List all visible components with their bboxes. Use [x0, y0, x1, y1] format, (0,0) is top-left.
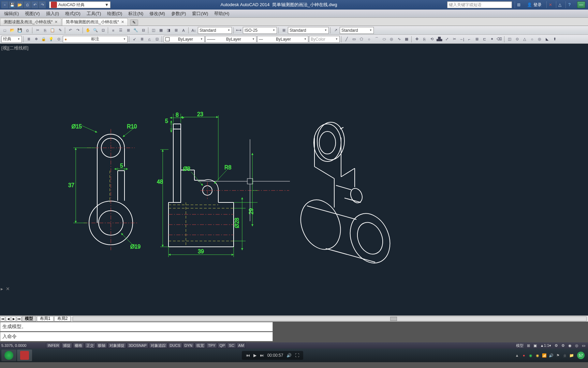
mleader-icon[interactable]: ↗ [332, 27, 339, 34]
annot-scale-icon[interactable]: ▲1:1▾ [539, 343, 553, 348]
status-infer[interactable]: INFER [46, 343, 61, 348]
tablestyle-icon[interactable]: ⊞ [280, 27, 287, 34]
prop-icon[interactable]: ☰ [117, 27, 124, 34]
menu-dimension[interactable]: 标注(N) [126, 10, 146, 17]
make-current-icon[interactable]: ↙ [131, 36, 138, 43]
layout-next-button[interactable]: ▶ [11, 316, 16, 321]
save-icon[interactable]: 💾 [16, 27, 23, 34]
calc-icon[interactable]: ⊟ [140, 27, 147, 34]
status-am[interactable]: AM [237, 343, 246, 348]
tray-wifi-icon[interactable]: 📶 [542, 353, 547, 358]
move-icon[interactable]: ✥ [413, 36, 420, 43]
lineweight-combo[interactable]: — ByLayer▼ [257, 36, 308, 43]
status-polar[interactable]: 极轴 [96, 343, 107, 348]
tray-badge[interactable]: 57 [577, 352, 585, 359]
box3d-icon[interactable]: ◫ [506, 36, 513, 43]
print-icon[interactable]: ⎙ [24, 27, 31, 34]
autodesk360-icon[interactable]: △ [556, 1, 563, 8]
isolate-icon[interactable]: ◎ [574, 343, 580, 348]
layer-off-icon[interactable]: 💡 [48, 36, 55, 43]
layer-combo[interactable]: 经典▼ [1, 36, 22, 43]
qat-print-icon[interactable]: ⎙ [24, 1, 31, 8]
tray-rec-icon[interactable]: ● [521, 353, 527, 358]
rotate-icon[interactable]: ⟲ [428, 36, 435, 43]
layer-manager-icon[interactable]: ≣ [25, 36, 32, 43]
cone-icon[interactable]: △ [521, 36, 528, 43]
tray-shield-icon[interactable]: ◉ [528, 353, 533, 358]
scale-icon[interactable]: ⤢ [443, 36, 450, 43]
ellipse-icon[interactable]: ⬭ [381, 36, 387, 43]
poly-icon[interactable]: ⬠ [358, 36, 365, 43]
menu-format[interactable]: 格式(O) [62, 10, 83, 17]
qat-save-icon[interactable]: 💾 [9, 1, 16, 8]
explode-icon[interactable]: ✦ [488, 36, 495, 43]
redo-icon[interactable]: ↷ [74, 27, 81, 34]
donut-icon[interactable]: ◎ [388, 36, 395, 43]
tray-flag-icon[interactable]: ⚑ [555, 353, 561, 358]
tray-up-icon[interactable]: ▲ [514, 353, 520, 358]
layer-freeze-icon[interactable]: ❄ [33, 36, 40, 43]
grad-icon[interactable]: ◨ [165, 27, 172, 34]
close-icon[interactable]: ✕ [121, 20, 124, 24]
dimstyle-combo[interactable]: ISO-25▼ [243, 27, 277, 34]
qat-redo-icon[interactable]: ↷ [39, 1, 46, 8]
menu-params[interactable]: 参数(P) [168, 10, 189, 17]
search-input[interactable]: 键入关键字或短语 [447, 1, 512, 8]
status-ducs[interactable]: DUCS [168, 343, 182, 348]
workspace-switch-icon[interactable]: ⚙ [560, 343, 566, 348]
media-control[interactable]: ⏮ ▶ ⏭ 00:00:57 🔊 ⛶ [242, 351, 304, 360]
layer-prev-icon[interactable]: ⎌ [146, 36, 153, 43]
taskbar-autocad[interactable] [17, 350, 32, 361]
undo-icon[interactable]: ↶ [67, 27, 74, 34]
layer-lock-icon[interactable]: 🔒 [40, 36, 47, 43]
next-track-icon[interactable]: ⏭ [260, 353, 264, 358]
annot-vis-icon[interactable]: ⚙ [553, 343, 559, 348]
start-button[interactable] [1, 350, 16, 361]
menu-window[interactable]: 窗口(W) [189, 10, 211, 17]
infocenter-icon[interactable]: ⊞ [515, 1, 522, 8]
erase-icon[interactable]: ⌫ [496, 36, 503, 43]
hscroll[interactable] [73, 316, 587, 321]
cyl-icon[interactable]: ⊙ [514, 36, 520, 43]
menu-edit[interactable]: 编辑(E) [1, 10, 21, 17]
minimize-button[interactable]: — [577, 1, 585, 8]
new-tab-button[interactable]: ✎ [130, 19, 138, 26]
status-otrack[interactable]: 对象追踪 [149, 343, 167, 348]
design-icon[interactable]: ⊞ [125, 27, 132, 34]
layout-last-button[interactable]: ⏭ [17, 316, 21, 321]
status-grid[interactable]: 栅格 [73, 343, 84, 348]
status-lwt[interactable]: 线宽 [195, 343, 206, 348]
layer-on-icon[interactable]: ⊙ [55, 36, 62, 43]
table-icon[interactable]: ⊞ [173, 27, 179, 34]
help-icon[interactable]: ? [565, 1, 573, 8]
spline-icon[interactable]: ∿ [396, 36, 402, 43]
tray-lang-icon[interactable]: ㄓ [562, 353, 568, 358]
offset-icon[interactable]: ⊏ [481, 36, 488, 43]
tray-vol-icon[interactable]: 🔊 [548, 353, 554, 358]
status-3dosnap[interactable]: 3DOSNAP [127, 343, 148, 348]
match-icon[interactable]: ✎ [57, 27, 63, 34]
exchange-icon[interactable]: ✕ [546, 1, 554, 8]
array-icon[interactable]: ⊞ [473, 36, 480, 43]
status-model-button[interactable]: 模型 [515, 343, 525, 348]
trim-icon[interactable]: ✂ [451, 36, 458, 43]
open-icon[interactable]: 📂 [9, 27, 16, 34]
copy2-icon[interactable]: ⎘ [421, 36, 428, 43]
fillet-icon[interactable]: ⌐ [466, 36, 473, 43]
tray-folder-icon[interactable]: 📁 [569, 353, 574, 358]
command-input[interactable]: 入命令 [0, 332, 273, 341]
annot-combo[interactable]: ●标注▼ [63, 36, 128, 43]
menu-insert[interactable]: 插入(I) [43, 10, 62, 17]
layer-icon[interactable]: ≡ [110, 27, 117, 34]
login-button[interactable]: 👤登录 [524, 2, 544, 8]
color-combo[interactable]: ByLayer▼ [164, 36, 205, 43]
torus-icon[interactable]: ◎ [536, 36, 543, 43]
mleader-combo[interactable]: Standard▼ [340, 27, 374, 34]
status-sc[interactable]: SC [227, 343, 236, 348]
hw-accel-icon[interactable]: ◉ [567, 343, 573, 348]
mirror-icon[interactable]: ▟▙ [436, 36, 443, 43]
fullscreen-icon[interactable]: ⛶ [295, 353, 299, 358]
sphere-icon[interactable]: ○ [529, 36, 535, 43]
layout-first-button[interactable]: ⏮ [0, 316, 5, 321]
menu-tools[interactable]: 工具(T) [84, 10, 104, 17]
